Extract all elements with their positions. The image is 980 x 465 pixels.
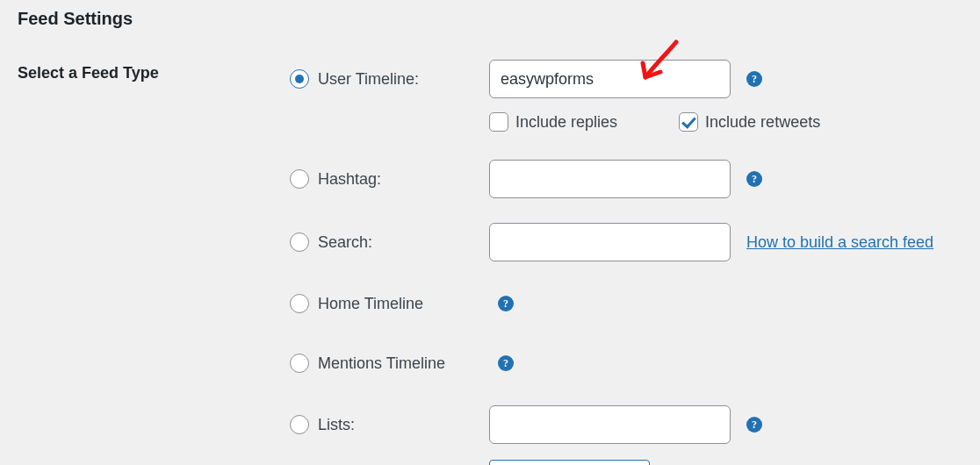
add-list-id-helper-button[interactable]: + Add List ID helper [489,460,650,465]
user-timeline-input[interactable] [489,60,731,98]
radio-search[interactable] [290,232,309,252]
field-label: Select a Feed Type [18,64,159,82]
help-icon[interactable]: ? [746,417,762,433]
radio-label-hashtag: Hashtag: [318,170,489,189]
radio-label-home-timeline: Home Timeline [318,295,489,313]
help-icon[interactable]: ? [746,171,762,187]
include-retweets-label: Include retweets [705,113,820,132]
include-replies-label: Include replies [515,113,617,132]
radio-home-timeline[interactable] [290,294,309,313]
radio-label-mentions-timeline: Mentions Timeline [318,354,489,373]
search-input[interactable] [489,223,731,261]
help-icon[interactable]: ? [498,355,514,371]
radio-mentions-timeline[interactable] [290,354,309,373]
radio-hashtag[interactable] [290,169,309,189]
radio-lists[interactable] [290,415,309,434]
include-replies-checkbox[interactable]: Include replies [489,112,617,132]
help-icon[interactable]: ? [746,71,762,87]
radio-user-timeline[interactable] [290,69,309,89]
radio-label-lists: Lists: [318,416,489,434]
help-icon[interactable]: ? [498,296,514,311]
search-howto-link[interactable]: How to build a search feed [746,233,933,252]
lists-input[interactable] [489,405,731,444]
section-title: Feed Settings [18,9,962,29]
include-retweets-checkbox[interactable]: Include retweets [679,112,820,132]
radio-label-user-timeline: User Timeline: [318,70,489,89]
radio-label-search: Search: [318,233,489,252]
hashtag-input[interactable] [489,160,731,198]
